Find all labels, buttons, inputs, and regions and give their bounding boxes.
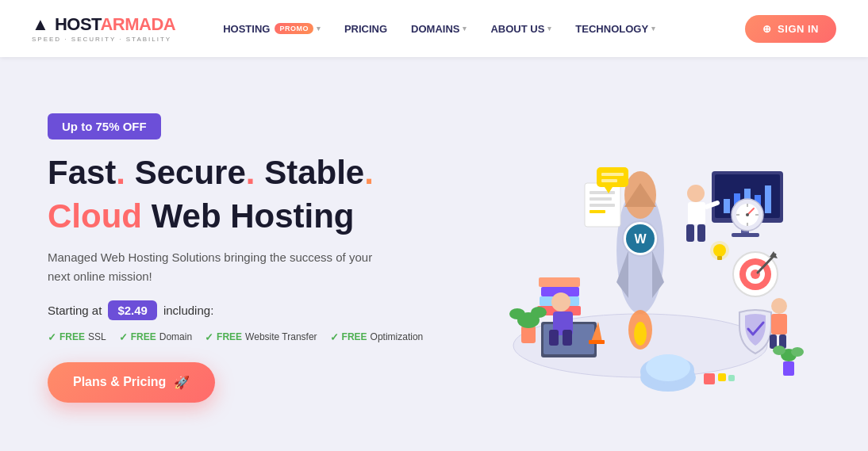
plans-pricing-button[interactable]: Plans & Pricing 🚀 [48,362,215,403]
free-features: ✓ FREE SSL ✓ FREE Domain ✓ FREE Website … [48,331,460,343]
svg-rect-70 [597,167,628,187]
chevron-down-icon: ▾ [547,25,551,32]
chevron-down-icon: ▾ [651,25,655,32]
svg-point-24 [634,322,647,346]
hero-section: Up to 75% OFF Fast. Secure. Stable. Clou… [0,57,868,451]
svg-point-81 [746,213,749,216]
svg-point-52 [646,354,690,381]
nav-technology[interactable]: TECHNOLOGY ▾ [575,23,655,35]
svg-point-11 [551,292,570,311]
nav-hosting[interactable]: HOSTING PROMO ▾ [223,23,321,35]
check-icon: ✓ [205,331,213,343]
svg-rect-37 [697,224,705,242]
signin-icon: ⊕ [762,23,772,35]
svg-rect-55 [728,375,735,381]
logo-text-suffix: ARMADA [100,14,175,34]
free-transfer: ✓ FREE Website Transfer [205,331,317,343]
hero-heading-line2: Cloud Web Hosting [48,197,460,235]
logo-icon: ▲ [32,14,48,35]
svg-point-8 [531,307,547,318]
cloud-word: Cloud [48,197,142,235]
free-optimization: ✓ FREE Optimization [330,331,424,343]
svg-point-62 [710,241,729,260]
hero-description: Managed Web Hosting Solutions bringing t… [48,248,397,286]
svg-rect-67 [590,197,612,201]
svg-rect-13 [549,330,559,346]
check-icon: ✓ [330,331,339,343]
check-icon: ✓ [119,331,128,343]
svg-point-34 [687,185,705,202]
svg-rect-27 [724,199,730,213]
signin-button[interactable]: ⊕ SIGN IN [745,15,836,43]
svg-rect-64 [589,340,605,344]
svg-text:W: W [634,232,647,246]
promo-badge: PROMO [275,23,313,34]
hero-heading-line1: Fast. Secure. Stable. [48,154,460,192]
illustration-container: W [474,92,807,425]
navbar: ▲ HOSTARMADA SPEED · SECURITY · STABILIT… [0,0,868,57]
svg-point-7 [509,308,525,319]
logo-tagline: SPEED · SECURITY · STABILITY [32,36,175,43]
svg-rect-33 [732,233,759,237]
nav-about[interactable]: ABOUT US ▾ [490,23,551,35]
nav-domains[interactable]: DOMAINS ▾ [411,23,467,35]
svg-rect-35 [688,202,705,224]
hero-content: Up to 75% OFF Fast. Secure. Stable. Clou… [48,113,460,403]
svg-rect-4 [539,277,580,287]
svg-rect-36 [686,224,694,242]
hero-illustration: W [460,81,820,435]
free-domain: ✓ FREE Domain [119,331,192,343]
svg-rect-5 [521,326,536,343]
logo-text-prefix: HOST [55,14,100,34]
svg-rect-54 [718,373,726,381]
chevron-down-icon: ▾ [317,25,321,32]
discount-badge: Up to 75% OFF [48,113,161,140]
svg-rect-72 [601,173,624,176]
svg-rect-66 [590,191,615,194]
svg-rect-56 [783,361,794,376]
chevron-down-icon: ▾ [463,25,467,32]
svg-rect-31 [765,185,771,213]
svg-rect-68 [590,204,615,207]
nav-pricing[interactable]: PRICING [344,23,387,35]
check-icon: ✓ [48,331,56,343]
illustration-svg: W [474,92,807,425]
price-badge: $2.49 [108,300,157,320]
svg-rect-53 [704,373,715,384]
free-ssl: ✓ FREE SSL [48,331,106,343]
nav-links: HOSTING PROMO ▾ PRICING DOMAINS ▾ ABOUT … [223,23,744,35]
svg-point-58 [773,346,785,355]
svg-rect-46 [771,314,787,334]
svg-point-45 [771,298,787,314]
rocket-icon: 🚀 [174,375,190,390]
svg-rect-73 [601,179,617,182]
svg-rect-69 [590,210,605,213]
logo[interactable]: ▲ HOSTARMADA SPEED · SECURITY · STABILIT… [32,14,175,43]
svg-point-59 [791,347,804,357]
starting-price: Starting at $2.49 including: [48,300,460,320]
svg-rect-14 [563,330,572,346]
